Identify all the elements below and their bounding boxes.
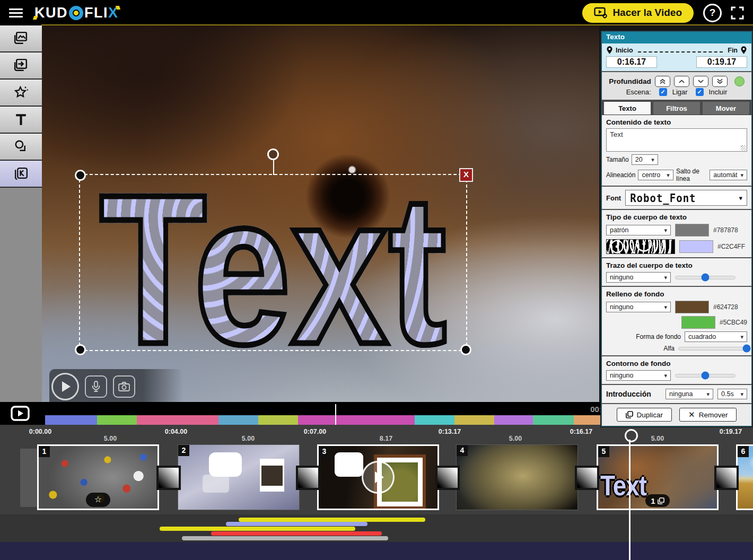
sidebar-item-text[interactable] (0, 107, 42, 134)
body-color-swatch-2[interactable] (679, 240, 713, 253)
depth-up-button[interactable] (674, 76, 689, 87)
panel-title: Texto (602, 32, 751, 43)
resize-handle-bottom-right[interactable] (460, 344, 471, 355)
timeline-ruler[interactable]: 0:00.000:04.000:07.000:13.170:16.170:19.… (0, 425, 753, 443)
tamano-select[interactable]: 20 (632, 154, 658, 165)
resize-handle-bottom-left[interactable] (75, 344, 86, 355)
strip-segment-3[interactable] (137, 415, 218, 425)
contorno-select[interactable]: ninguno (606, 370, 671, 381)
resize-handle-top-left[interactable] (75, 170, 86, 181)
help-label: ? (710, 7, 716, 19)
clip-thumbnail-5[interactable]: 5Text1 (597, 444, 719, 510)
salto-select[interactable]: automát (710, 170, 747, 180)
timeline-pin-handle[interactable] (625, 429, 638, 442)
ruler-time-label: 0:04.00 (165, 428, 187, 435)
transition-thumb-2[interactable] (296, 466, 320, 490)
sidebar-item-media[interactable] (0, 25, 42, 52)
tab-filtros[interactable]: Filtros (653, 102, 700, 115)
sidebar-item-shapes[interactable] (0, 134, 42, 161)
alineacion-select[interactable]: centro (638, 170, 673, 180)
strip-segment-6[interactable] (298, 415, 415, 425)
depth-down-button[interactable] (693, 76, 708, 87)
mic-button[interactable] (85, 375, 107, 398)
transition-thumb-4[interactable] (575, 466, 599, 490)
strip-segment-10[interactable] (533, 415, 574, 425)
trazo-slider[interactable] (675, 276, 736, 279)
overlay-track-bar-4[interactable] (211, 531, 382, 536)
contorno-slider[interactable] (675, 374, 736, 378)
text-selection-box[interactable]: Text X (79, 174, 467, 351)
inicio-input[interactable]: 0:16.17 (606, 56, 657, 68)
clip-number-badge: 5 (598, 446, 609, 457)
clip-thumbnail-2[interactable]: 2 (178, 444, 300, 510)
salto-label: Salto de línea (676, 168, 707, 182)
transition-thumb-1[interactable] (156, 466, 181, 490)
playhead-line[interactable] (335, 404, 336, 425)
range-dash-line (638, 51, 723, 52)
tab-texto[interactable]: Texto (604, 102, 651, 115)
trazo-select[interactable]: ninguno (606, 272, 671, 283)
incluir-checkbox[interactable]: ✓ (696, 88, 704, 96)
remover-button[interactable]: ✕ Remover (679, 408, 737, 422)
fill-color-swatch-2[interactable] (681, 316, 715, 329)
depth-top-button[interactable] (655, 76, 670, 87)
overlay-track-bar-2[interactable] (226, 522, 367, 526)
texto-panel: Texto Inicio Fin 0:16.17 0:19.17 Profund… (601, 31, 752, 427)
relleno-label: Relleno de fondo (606, 290, 747, 298)
fullscreen-button[interactable] (730, 6, 745, 20)
tipo-cuerpo-select[interactable]: patrón (606, 225, 671, 235)
ligar-checkbox[interactable]: ✓ (659, 88, 667, 96)
strip-segment-1[interactable] (45, 415, 97, 425)
font-select[interactable]: Robot_Font ▾ (625, 190, 747, 206)
strip-segment-4[interactable] (218, 415, 258, 425)
font-section: Font Robot_Font ▾ (602, 187, 751, 210)
make-video-button[interactable]: Hacer la Video (582, 3, 694, 23)
copies-badge[interactable]: 1 (645, 494, 670, 507)
depth-bottom-button[interactable] (712, 76, 728, 87)
clip-thumbnail-1[interactable]: 1☆ (37, 444, 159, 510)
camera-button[interactable] (113, 375, 135, 398)
strip-segment-9[interactable] (494, 415, 533, 425)
strip-segment-8[interactable] (454, 415, 494, 425)
duplicar-button[interactable]: Duplicar (617, 408, 672, 422)
help-button[interactable]: ? (703, 4, 722, 22)
strip-segment-2[interactable] (97, 415, 137, 425)
overlay-track-bar-3[interactable] (160, 527, 355, 531)
transition-thumb-5[interactable] (714, 466, 739, 490)
rotate-handle[interactable] (267, 148, 279, 160)
star-badge[interactable]: ☆ (86, 493, 110, 507)
fin-input[interactable]: 0:19.17 (696, 56, 747, 68)
forma-select[interactable]: cuadrado (685, 331, 747, 342)
play-button[interactable] (51, 373, 79, 400)
star-icon (13, 84, 29, 101)
strip-segment-7[interactable] (415, 415, 454, 425)
menu-icon[interactable] (9, 6, 23, 20)
clip-thumbnail-3[interactable]: 3 (317, 444, 439, 510)
transition-thumb-3[interactable] (435, 466, 460, 490)
overlay-track-bar-1[interactable] (239, 518, 425, 522)
sidebar-item-effects[interactable] (0, 80, 42, 107)
tab-mover[interactable]: Mover (703, 102, 749, 115)
copy-icon (626, 411, 633, 418)
sidebar-item-transitions[interactable] (0, 52, 42, 80)
timeline-color-strip[interactable] (45, 415, 693, 425)
preview-toggle-button[interactable] (11, 406, 30, 423)
relleno-select[interactable]: ninguno (606, 302, 671, 312)
introduccion-label: Introducción (606, 390, 661, 398)
alfa-slider[interactable] (678, 347, 747, 351)
video-canvas[interactable]: Text X (42, 25, 599, 402)
canvas-overlay-text[interactable]: Text (100, 184, 446, 355)
ruler-time-label: 0:16.17 (570, 428, 592, 435)
overlay-track-bar-5[interactable] (182, 536, 388, 540)
sidebar-item-branding[interactable] (0, 161, 42, 188)
strip-segment-5[interactable] (258, 415, 298, 425)
fill-color-swatch-1[interactable] (675, 301, 709, 313)
body-color-swatch-1[interactable] (675, 224, 709, 237)
intro-duration-select[interactable]: 0.5s (717, 389, 747, 399)
clip-thumbnail-4[interactable]: 4 (456, 444, 578, 510)
delete-overlay-button[interactable]: X (459, 168, 473, 182)
text-content-input[interactable]: Text (606, 128, 747, 152)
pattern-preview[interactable] (606, 239, 675, 254)
introduccion-select[interactable]: ninguna (666, 389, 713, 399)
clip-play-overlay[interactable] (362, 461, 395, 494)
